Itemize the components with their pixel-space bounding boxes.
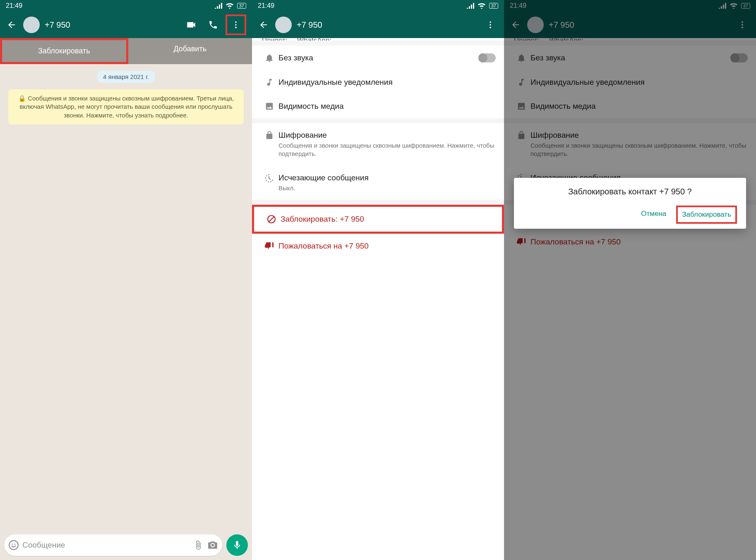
status-indicators: 37 — [215, 3, 246, 9]
status-time: 21:49 — [6, 2, 22, 10]
status-bar: 21:49 37 — [252, 0, 504, 12]
screen-block-dialog: 21:49 37 +7 950 Привет: ... WhatsApp: Бе… — [504, 0, 756, 560]
block-dialog: Заблокировать контакт +7 950 ? Отмена За… — [514, 178, 746, 229]
block-row[interactable]: Заблокировать: +7 950 — [252, 205, 504, 234]
screen-chat: 21:49 37 +7 950 Заблокировать — [0, 0, 252, 560]
battery-icon: 37 — [489, 3, 498, 9]
appbar: +7 950 — [252, 12, 504, 38]
block-label: Заблокировать: +7 950 — [281, 215, 494, 224]
note-icon — [265, 78, 274, 87]
more-button[interactable] — [226, 14, 246, 35]
svg-point-5 — [14, 544, 16, 545]
mute-label: Без звука — [278, 53, 478, 62]
status-bar: 21:49 37 — [0, 0, 252, 12]
svg-point-8 — [490, 27, 491, 29]
obscured-text: Привет: ... WhatsApp: — [252, 36, 504, 41]
video-icon — [186, 19, 197, 30]
avatar[interactable] — [275, 17, 292, 33]
bell-icon — [264, 53, 274, 63]
screen-contact-info: 21:49 37 +7 950 Привет: ... WhatsApp: Бе… — [252, 0, 504, 560]
add-action[interactable]: Добавить — [128, 38, 252, 64]
signal-icon — [467, 3, 474, 9]
appbar: +7 950 — [0, 12, 252, 38]
avatar[interactable] — [23, 17, 40, 33]
video-call-button[interactable] — [182, 15, 201, 34]
modal-scrim[interactable] — [504, 0, 756, 560]
lock-icon — [265, 131, 274, 140]
encryption-label: Шифрование — [278, 131, 496, 140]
arrow-left-icon — [7, 20, 17, 30]
thumb-down-icon — [264, 241, 274, 251]
svg-point-4 — [12, 544, 13, 545]
svg-point-0 — [235, 22, 237, 23]
action-bar: Заблокировать Добавить — [0, 38, 252, 64]
mic-button[interactable] — [226, 534, 248, 556]
signal-icon — [215, 3, 222, 9]
status-time: 21:49 — [258, 2, 274, 10]
svg-line-10 — [269, 217, 274, 222]
media-visibility-label: Видимость медиа — [278, 102, 496, 111]
mic-icon — [232, 540, 242, 550]
confirm-block-button[interactable]: Заблокировать — [676, 206, 737, 224]
encryption-row[interactable]: Шифрование Сообщения и звонки защищены с… — [252, 123, 504, 166]
block-action[interactable]: Заблокировать — [0, 38, 128, 64]
voice-call-button[interactable] — [204, 16, 222, 34]
wifi-icon — [226, 3, 234, 9]
custom-notif-row[interactable]: Индивидуальные уведомления — [252, 70, 504, 94]
emoji-icon[interactable] — [8, 540, 19, 550]
image-icon — [265, 102, 274, 111]
svg-point-6 — [490, 22, 491, 23]
svg-point-3 — [9, 541, 18, 550]
more-vert-icon — [231, 20, 240, 29]
wifi-icon — [478, 3, 486, 9]
encryption-info[interactable]: 🔒 Сообщения и звонки защищены сквозным ш… — [8, 89, 244, 124]
svg-point-7 — [490, 24, 491, 26]
more-button[interactable] — [482, 16, 499, 34]
back-button[interactable] — [255, 17, 272, 33]
timer-icon — [264, 173, 274, 183]
block-icon — [266, 214, 276, 224]
svg-point-1 — [235, 24, 237, 26]
cancel-button[interactable]: Отмена — [637, 206, 670, 224]
compose-bar: Сообщение — [4, 534, 248, 556]
disappearing-sub: Выкл. — [278, 184, 496, 192]
encryption-sub: Сообщения и звонки защищены сквозным шиф… — [278, 141, 496, 158]
more-vert-icon — [486, 20, 495, 29]
message-placeholder: Сообщение — [22, 541, 193, 550]
contact-title[interactable]: +7 950 — [45, 20, 182, 30]
status-indicators: 37 — [467, 3, 498, 9]
camera-icon[interactable] — [207, 540, 218, 550]
disappearing-label: Исчезающие сообщения — [278, 173, 496, 182]
svg-point-2 — [235, 27, 237, 29]
disappearing-row[interactable]: Исчезающие сообщения Выкл. — [252, 166, 504, 200]
mute-switch[interactable] — [478, 53, 496, 62]
date-chip: 4 января 2021 г. — [97, 71, 155, 83]
media-visibility-row[interactable]: Видимость медиа — [252, 94, 504, 118]
report-row[interactable]: Пожаловаться на +7 950 — [252, 234, 504, 258]
mute-row[interactable]: Без звука — [252, 45, 504, 70]
report-label: Пожаловаться на +7 950 — [278, 242, 496, 251]
block-label: Заблокировать — [38, 47, 90, 55]
back-button[interactable] — [3, 17, 20, 33]
dialog-title: Заблокировать контакт +7 950 ? — [523, 187, 737, 196]
battery-icon: 37 — [237, 3, 246, 9]
arrow-left-icon — [259, 20, 269, 30]
custom-notif-label: Индивидуальные уведомления — [278, 78, 496, 87]
message-input[interactable]: Сообщение — [4, 534, 222, 556]
phone-icon — [208, 20, 218, 30]
contact-title[interactable]: +7 950 — [297, 20, 482, 30]
add-label: Добавить — [173, 45, 206, 53]
attach-icon[interactable] — [193, 540, 203, 550]
